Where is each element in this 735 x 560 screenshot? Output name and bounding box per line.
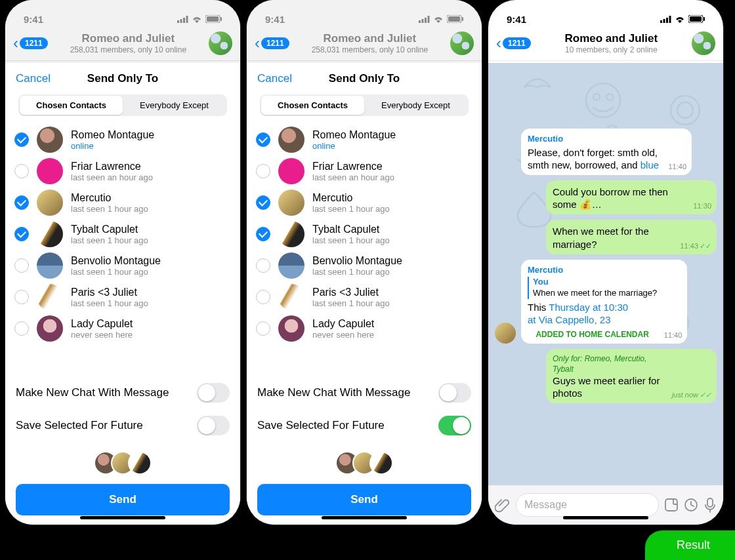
message-outgoing[interactable]: When we meet for the marriage? 11:43✓✓ [546, 220, 717, 254]
status-time: 9:41 [507, 14, 526, 25]
contact-avatar [37, 190, 63, 216]
cancel-button[interactable]: Cancel [257, 72, 292, 85]
segmented-control[interactable]: Chosen Contacts Everybody Except [260, 94, 469, 116]
unread-count-badge: 1211 [503, 37, 531, 49]
contact-checkbox[interactable] [256, 132, 270, 147]
contact-name: Friar Lawrence [312, 161, 394, 172]
contact-checkbox[interactable] [14, 258, 29, 273]
chat-body[interactable]: Mercutio Please, don't forget: smth old,… [488, 63, 723, 485]
contact-checkbox[interactable] [14, 164, 29, 178]
segment-chosen-contacts[interactable]: Chosen Contacts [20, 96, 123, 115]
sticker-icon[interactable] [664, 498, 679, 512]
message-incoming[interactable]: Mercutio You When we meet for the marria… [521, 260, 687, 344]
contact-row[interactable]: Paris <3 Julietlast seen 1 hour ago [5, 281, 240, 313]
option-save-selected: Save Selected For Future [16, 409, 230, 442]
contact-row[interactable]: Friar Lawrencelast seen an hour ago [247, 155, 482, 187]
save-selected-switch[interactable] [197, 416, 230, 435]
contact-checkbox[interactable] [256, 227, 270, 241]
contact-row[interactable]: Mercutiolast seen 1 hour ago [5, 187, 240, 218]
send-button[interactable]: Send [257, 484, 471, 515]
contact-checkbox[interactable] [14, 227, 29, 241]
contact-row[interactable]: Mercutiolast seen 1 hour ago [247, 187, 482, 218]
selected-avatars [247, 446, 482, 484]
contact-list[interactable]: Romeo MontagueonlineFriar Lawrencelast s… [5, 124, 240, 372]
status-bar: 9:41 [5, 0, 240, 29]
contact-row[interactable]: Benvolio Montaguelast seen 1 hour ago [5, 250, 240, 281]
home-indicator[interactable] [563, 516, 648, 519]
contact-avatar [37, 127, 63, 153]
message-time: 11:30 [693, 201, 711, 210]
save-selected-switch[interactable] [438, 416, 471, 435]
svg-rect-10 [428, 16, 430, 23]
back-button[interactable]: ‹ 1211 [496, 34, 531, 52]
chat-avatar[interactable] [692, 31, 715, 55]
chat-avatar[interactable] [450, 31, 474, 55]
contact-row[interactable]: Tybalt Capuletlast seen 1 hour ago [247, 218, 482, 250]
message-link[interactable]: at Via Cappello, 23 [528, 313, 657, 326]
svg-rect-13 [462, 17, 463, 21]
cancel-button[interactable]: Cancel [16, 72, 51, 85]
schedule-icon[interactable] [684, 498, 698, 512]
message-outgoing[interactable]: Only for: Romeo, Mercutio, Tybalt Guys w… [546, 349, 717, 403]
home-indicator[interactable] [80, 516, 165, 519]
segment-everybody-except[interactable]: Everybody Except [364, 96, 467, 115]
svg-rect-14 [660, 20, 662, 23]
message-time: 11:40 [664, 330, 682, 340]
message-text: This Thursday at 10:30 [528, 301, 657, 313]
message-incoming[interactable]: Mercutio Please, don't forget: smth old,… [521, 129, 692, 175]
contact-avatar [278, 315, 304, 342]
only-for-label: Only for: Romeo, Mercutio, Tybalt [553, 354, 669, 374]
reply-quote[interactable]: You When we meet for the marriage? [528, 277, 657, 298]
new-chat-switch[interactable] [438, 383, 471, 403]
result-tab: Result [645, 530, 735, 560]
contact-checkbox[interactable] [14, 321, 29, 336]
sender-avatar[interactable] [495, 323, 516, 344]
contact-checkbox[interactable] [14, 195, 29, 210]
contact-list[interactable]: Romeo MontagueonlineFriar Lawrencelast s… [247, 124, 482, 372]
option-save-selected-label: Save Selected For Future [16, 419, 143, 432]
contact-checkbox[interactable] [14, 290, 29, 304]
option-new-chat-label: Make New Chat With Message [257, 386, 410, 399]
contact-status: never seen here [71, 330, 133, 340]
contact-checkbox[interactable] [256, 321, 270, 336]
new-chat-switch[interactable] [197, 383, 230, 403]
message-time: 11:40 [668, 162, 686, 171]
back-button[interactable]: ‹ 1211 [255, 34, 289, 52]
send-button[interactable]: Send [16, 484, 230, 515]
home-indicator[interactable] [322, 516, 407, 519]
message-outgoing[interactable]: Could you borrow me then some 💰… 11:30 [546, 180, 717, 214]
chat-title[interactable]: Romeo and Juliet [536, 32, 686, 45]
contact-row[interactable]: Lady Capuletnever seen here [247, 313, 482, 344]
back-button[interactable]: ‹ 1211 [13, 34, 48, 52]
mic-icon[interactable] [704, 497, 717, 513]
segment-chosen-contacts[interactable]: Chosen Contacts [261, 96, 364, 115]
contact-row[interactable]: Tybalt Capuletlast seen 1 hour ago [5, 218, 240, 250]
chat-title[interactable]: Romeo and Juliet [53, 32, 203, 45]
status-bar: 9:41 [488, 0, 723, 29]
contact-checkbox[interactable] [256, 164, 270, 178]
cellular-signal-icon [419, 16, 430, 23]
contact-row[interactable]: Benvolio Montaguelast seen 1 hour ago [247, 250, 482, 281]
contact-row[interactable]: Paris <3 Julietlast seen 1 hour ago [247, 281, 482, 313]
contact-checkbox[interactable] [14, 132, 29, 147]
contact-name: Paris <3 Juliet [312, 287, 390, 298]
contact-name: Romeo Montague [71, 129, 154, 141]
contact-name: Friar Lawrence [71, 161, 153, 172]
contact-row[interactable]: Friar Lawrencelast seen an hour ago [5, 155, 240, 187]
contact-name: Mercutio [71, 192, 148, 204]
segmented-control[interactable]: Chosen Contacts Everybody Except [18, 94, 227, 116]
contact-checkbox[interactable] [256, 290, 270, 304]
message-input[interactable]: Message [516, 493, 659, 517]
segment-everybody-except[interactable]: Everybody Except [123, 96, 226, 115]
contact-row[interactable]: Romeo Montagueonline [247, 124, 482, 155]
contact-status: last seen 1 hour ago [312, 204, 390, 214]
chat-title[interactable]: Romeo and Juliet [295, 32, 445, 45]
contact-row[interactable]: Romeo Montagueonline [5, 124, 240, 155]
chat-avatar[interactable] [209, 31, 232, 55]
contact-status: online [312, 141, 396, 151]
contact-checkbox[interactable] [256, 195, 270, 210]
contact-checkbox[interactable] [256, 258, 270, 273]
chevron-left-icon: ‹ [255, 34, 260, 52]
attach-icon[interactable] [495, 497, 511, 513]
contact-row[interactable]: Lady Capuletnever seen here [5, 313, 240, 344]
